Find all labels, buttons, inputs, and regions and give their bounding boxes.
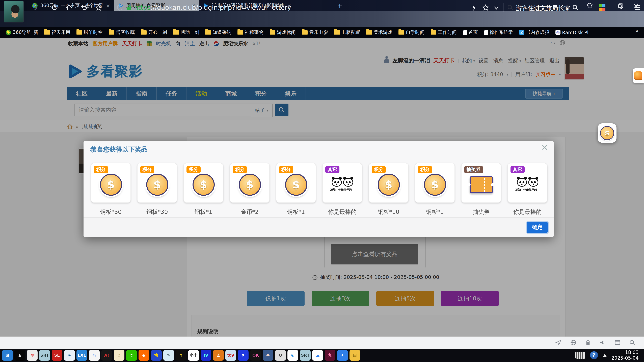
bookmark-item[interactable]: 首页 [460,29,481,35]
bookmark-item[interactable]: 博客收藏 [106,29,138,35]
download-icon[interactable] [618,4,624,11]
floating-sidebar-widget[interactable] [632,68,644,83]
taskbar-app-icon[interactable]: 小丰 [188,350,199,361]
taskbar-app-icon[interactable]: ♟ [14,350,25,361]
prize-label: 铜板*1 [184,208,224,216]
taskbar-app-icon[interactable]: ⚑ [238,350,248,361]
taskbar-app-icon[interactable]: SE [52,350,62,361]
tray-expand-icon[interactable] [602,354,606,357]
undo-icon[interactable] [80,4,87,11]
new-tab-button[interactable]: + [336,1,344,10]
prize-card[interactable]: 积分 [184,163,224,203]
taskbar-app-icon[interactable]: ✾ [27,350,38,361]
bookmark-star-icon[interactable] [482,4,489,11]
forward-icon[interactable] [32,4,39,11]
taskbar-app-icon[interactable]: A! [101,350,112,361]
taskbar-app-icon[interactable]: ❧ [64,350,75,361]
prize-card[interactable]: 积分 [137,163,177,203]
prize-icon [276,171,316,198]
theme-skin-icon[interactable] [586,2,593,9]
taskbar-app-icon[interactable]: ☯ [288,350,298,361]
bookmark-item[interactable]: 美术游戏 [363,29,395,35]
bookmark-item[interactable]: 操作系统常 [481,29,516,35]
bookmark-item[interactable]: 360导航_新 [3,29,41,35]
help-icon[interactable]: ? [590,351,598,359]
confirm-button[interactable]: 确定 [527,222,548,233]
prize-card[interactable]: 其它 加油！你是最棒的！ [508,163,548,203]
favorite-star-icon[interactable] [95,4,102,11]
taskbar-app-icon[interactable]: Z [213,350,224,361]
search-go-icon[interactable] [572,4,579,11]
lightning-icon[interactable] [471,4,477,11]
speaker-icon[interactable] [600,340,606,346]
bookmark-item[interactable]: 开心一刻 [138,29,170,35]
prize-card[interactable]: 积分 [368,163,408,203]
prize-label: 你是最棒的 [322,208,362,216]
shield-icon[interactable] [117,5,123,11]
status-icons [556,340,635,346]
taskbar-app-icon[interactable]: EXE [76,350,87,361]
bookmark-item[interactable]: RamDisk Pl [552,30,591,35]
window-icon[interactable] [614,340,620,346]
modal-close-icon[interactable]: × [541,142,548,152]
bookmark-item[interactable]: 电脑配置 [331,29,363,35]
bookmarks-overflow-icon[interactable]: » [635,27,639,34]
taskbar-app-icon[interactable]: ♘ [114,350,124,361]
prize-card[interactable]: 其它 加油！你是最棒的！ [322,163,362,203]
taskbar-app-icon[interactable]: SRT [39,350,50,361]
taskbar-app-icon[interactable]: ☁ [312,350,323,361]
taskbar-app-icon[interactable]: ▤ [350,350,360,361]
prize-card[interactable]: 积分 [91,163,131,203]
browser-profile-photo[interactable] [4,1,24,22]
panda-caption: 加油！你是最棒的！ [330,188,354,191]
taskbar-app-icon[interactable]: IV [200,350,211,361]
taskbar-app-icon[interactable]: 丸 [325,350,336,361]
reload-icon[interactable] [51,4,58,11]
taskbar-clock[interactable]: 18:03 2025-05-04 [611,350,641,361]
app-grid-icon[interactable] [598,4,606,11]
menu-hamburger-icon[interactable] [634,4,641,10]
prize-label: 金币*2 [230,208,270,216]
prize-card[interactable]: 积分 [276,163,316,203]
bookmark-label: 开心一刻 [148,29,167,35]
prize-card[interactable]: 抽奖券 [461,163,501,203]
bookmark-item[interactable]: 祝天乐用 [41,29,73,35]
taskbar-app-icon[interactable]: ◆ [138,350,149,361]
taskbar-app-icon[interactable]: Y [176,350,186,361]
address-bar[interactable]: https://duokan.club/plugin.php?id=viewui… [134,4,291,11]
coin-icon [100,174,122,196]
taskbar-app-icon[interactable]: ✪ [275,350,286,361]
prize-card[interactable]: 积分 [415,163,455,203]
bookmark-item[interactable]: 感动一刻 [170,29,202,35]
bookmark-item[interactable]: 音乐电影 [299,29,331,35]
taskbar-app-icon[interactable]: ✈ [337,350,348,361]
taskbar-app-icon[interactable]: 快 [151,350,162,361]
tab-close-icon[interactable]: × [106,3,110,9]
bookmark-item[interactable]: 知道采纳 [202,29,234,35]
taskbar-app-icon[interactable]: ◓ [263,350,273,361]
chevron-down-icon[interactable] [494,6,499,10]
prize-card[interactable]: 积分 [230,163,270,203]
bookmark-item[interactable]: 游戏休闲 [266,29,299,35]
page-search-icon[interactable] [629,340,635,346]
bookmark-item[interactable]: 工作时间 [428,29,460,35]
bookmark-item[interactable]: 自学时间 [395,29,428,35]
bookmark-item[interactable]: 【内存虚拟 [516,29,552,35]
taskbar-app-icon[interactable]: OK [250,350,261,361]
bookmark-item[interactable]: 神秘事物 [234,29,266,35]
system-tray: ? 18:03 2025-05-04 [575,349,641,362]
keyboard-layout-icon[interactable] [575,352,585,359]
globe-icon[interactable] [570,340,576,346]
taskbar-app-icon[interactable]: ✆ [126,350,137,361]
taskbar-app-icon[interactable]: ⊞ [2,350,13,361]
trash-icon[interactable] [585,340,591,346]
floating-coin-button[interactable] [598,123,616,143]
taskbar-app-icon[interactable]: SRT [300,350,310,361]
home-icon[interactable] [66,4,72,11]
bookmark-item[interactable]: 脚丫时空 [73,29,106,35]
send-icon[interactable] [556,340,562,346]
quick-search-input[interactable]: 游客住进文旅局长家 [516,4,570,12]
taskbar-app-icon[interactable]: ✎ [163,350,174,361]
taskbar-app-icon[interactable]: 太V [226,350,236,361]
taskbar-app-icon[interactable]: ◎ [89,350,100,361]
